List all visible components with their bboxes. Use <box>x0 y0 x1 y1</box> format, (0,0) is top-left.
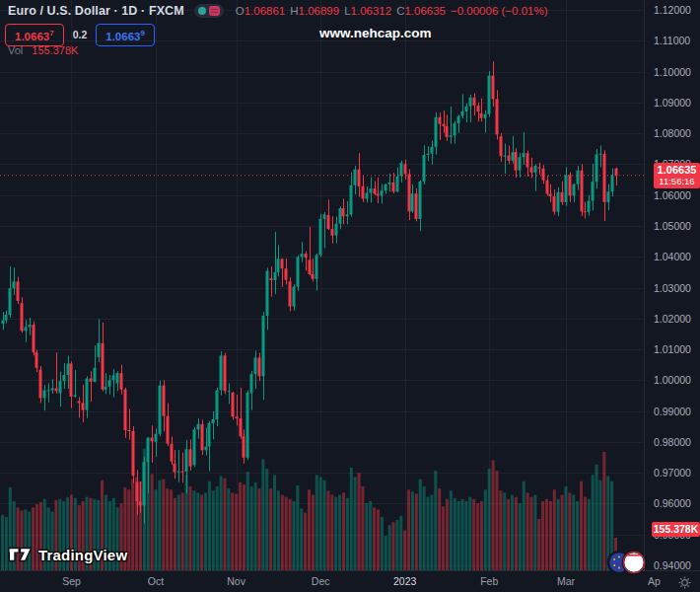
toggle-dot-icon <box>198 7 206 15</box>
high-label: H <box>290 5 298 17</box>
tradingview-logo-icon <box>8 545 33 564</box>
time-tick-label: Feb <box>480 575 498 587</box>
spread-value: 0.2 <box>73 29 88 40</box>
ask-price-badge[interactable]: 1.06639 <box>96 24 155 46</box>
bid-price: 1.0663 <box>15 31 49 42</box>
bid-price-badge[interactable]: 1.06637 <box>5 24 64 46</box>
volume-axis-badge: 155.378K <box>652 522 700 537</box>
change-value: −0.00006 (−0.01%) <box>451 5 547 17</box>
open-value: 1.06861 <box>245 5 286 17</box>
watermark-text: www.nehcap.com <box>319 26 432 40</box>
tradingview-logo[interactable]: TradingView <box>8 545 127 564</box>
price-tick-label: 1.04000 <box>654 251 691 262</box>
time-tick-label: Dec <box>312 575 330 587</box>
open-label: O <box>236 5 245 17</box>
price-tick-label: 0.99000 <box>654 406 691 417</box>
price-tick-label: 1.05000 <box>654 220 691 232</box>
price-tick-label: 1.10000 <box>654 66 691 78</box>
candlestick-chart-canvas[interactable] <box>0 0 644 570</box>
high-value: 1.06899 <box>299 5 340 17</box>
price-tick-label: 1.06000 <box>654 189 691 201</box>
symbol-marker-toggle[interactable] <box>194 4 224 18</box>
price-tick-label: 0.98000 <box>654 436 691 448</box>
price-tick-label: 1.12000 <box>654 4 691 16</box>
time-tick-label: Oct <box>148 575 164 587</box>
volume-value: 155.378K <box>32 44 78 56</box>
symbol-title[interactable]: Euro / U.S. Dollar · 1D · FXCM <box>8 4 184 18</box>
toggle-menu-icon <box>209 6 220 16</box>
time-tick-label: Nov <box>227 575 245 587</box>
time-axis[interactable]: SepOctNovDec2023FebMarAp <box>0 570 700 592</box>
volume-readout: Vol155.378K <box>8 44 78 56</box>
ask-price: 1.0663 <box>105 31 140 42</box>
last-price-badge: 1.06635 11:56:16 <box>654 163 700 188</box>
eurusd-pair-flags-icon <box>603 549 649 580</box>
price-tick-label: 1.02000 <box>654 313 691 325</box>
price-tick-label: 1.09000 <box>654 97 691 109</box>
price-tick-label: 0.96000 <box>654 497 691 509</box>
time-tick-label: Sep <box>62 575 81 587</box>
low-label: L <box>344 5 350 17</box>
ohlc-readout: O1.06861H1.06899L1.06312C1.06635−0.00006… <box>236 5 548 17</box>
price-tick-label: 1.03000 <box>654 282 691 294</box>
price-tick-label: 1.08000 <box>654 127 691 139</box>
low-value: 1.06312 <box>351 5 392 17</box>
tradingview-chart-window: www.nehcap.com Euro / U.S. Dollar · 1D ·… <box>0 0 700 592</box>
time-tick-label: 2023 <box>393 575 416 587</box>
time-tick-label: Mar <box>557 575 575 587</box>
price-tick-label: 1.11000 <box>654 35 690 46</box>
chart-pane[interactable]: www.nehcap.com Euro / U.S. Dollar · 1D ·… <box>0 0 644 570</box>
ask-price-sup: 9 <box>140 29 144 37</box>
price-axis[interactable]: 0.940000.950000.960000.970000.980000.990… <box>644 0 700 570</box>
last-price-value: 1.06635 <box>654 164 700 177</box>
price-tick-label: 0.97000 <box>654 467 691 479</box>
time-tick-label: Ap <box>648 575 661 587</box>
settings-gear-icon[interactable] <box>678 575 691 592</box>
volume-label: Vol <box>8 44 23 56</box>
price-tick-label: 1.00000 <box>654 374 691 386</box>
bar-countdown: 11:56:16 <box>654 177 700 186</box>
close-value: 1.06635 <box>404 5 446 17</box>
bid-price-sup: 7 <box>49 29 53 37</box>
price-tick-label: 1.01000 <box>654 343 691 355</box>
tradingview-logo-text: TradingView <box>38 547 127 563</box>
